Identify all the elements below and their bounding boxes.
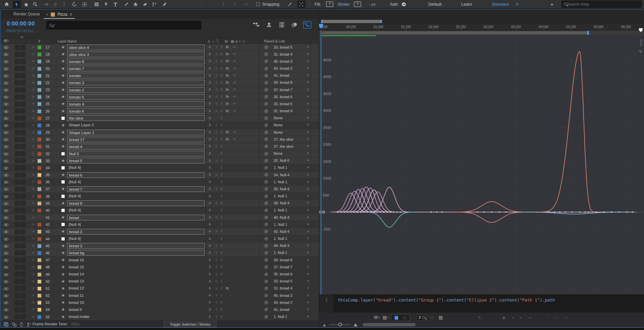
solo-toggle-cell[interactable]: [20, 243, 25, 248]
audio-toggle-cell[interactable]: [15, 307, 20, 312]
keyframe-marker[interactable]: [390, 211, 391, 212]
keyframe-marker[interactable]: [377, 211, 378, 212]
layer-name[interactable]: tomato 8: [67, 59, 205, 64]
keyframe-marker[interactable]: [400, 211, 401, 212]
label-color-swatch[interactable]: [38, 60, 41, 63]
pickwhip-icon[interactable]: @: [264, 237, 268, 241]
dolly-camera-icon[interactable]: [60, 1, 68, 8]
label-color-swatch[interactable]: [38, 301, 41, 305]
stroke-label[interactable]: Stroke:: [337, 2, 350, 7]
layer-name[interactable]: bread 15: [67, 264, 205, 270]
parent-dropdown[interactable]: 31. bread 4 ∨: [271, 285, 311, 291]
label-color-swatch[interactable]: [38, 166, 41, 170]
audio-toggle-cell[interactable]: [15, 201, 20, 206]
table-row[interactable]: › 36 [Null 4] ♙ ☼ / fx ▱ @ 1. Null 1 ∨: [1, 179, 319, 186]
layer-name[interactable]: bread 9: [67, 307, 205, 313]
keyframe-marker[interactable]: [491, 211, 492, 212]
shy-icon[interactable]: ♙: [208, 293, 211, 297]
table-row[interactable]: › 34 [Null 4] ♙ ☼ / fx ▱ @ 1. Null 1 ∨: [1, 164, 319, 172]
table-row[interactable]: › 46 ★ bread bg ♙ ☼ / fx ▱ @ 1. Null 1 ∨: [1, 250, 319, 257]
rotation-tool-icon[interactable]: [70, 1, 78, 8]
collapse-icon[interactable]: ☼: [215, 123, 218, 127]
eraser-tool-icon[interactable]: [141, 1, 149, 8]
value-curve[interactable]: [363, 212, 416, 227]
panel-menu-icon[interactable]: ≡: [70, 12, 72, 17]
snapping-checkbox[interactable]: [256, 2, 260, 6]
parent-dropdown[interactable]: 1. Null 1 ∨: [271, 165, 311, 171]
visibility-eye-icon[interactable]: [4, 75, 8, 77]
layer-switches[interactable]: ♙ ☼ / fx ▱: [205, 264, 259, 270]
parent-dropdown[interactable]: 45. bread 3 ∨: [271, 293, 311, 299]
parent-dropdown[interactable]: 31. bread 4 ∨: [271, 52, 311, 57]
expander-chevron-icon[interactable]: ›: [33, 130, 34, 134]
table-row[interactable]: › 30 ★ bread 17 ♙ ☼ / fx ▱ @ 27. the sli…: [1, 136, 319, 143]
visibility-eye-icon[interactable]: [4, 181, 8, 184]
quality-icon[interactable]: /: [221, 265, 222, 269]
layer-name[interactable]: [Null 4]: [67, 193, 205, 199]
convert-vertex-icon[interactable]: [241, 1, 250, 8]
expander-chevron-icon[interactable]: ›: [33, 314, 34, 319]
layer-name[interactable]: bread 12: [67, 285, 205, 291]
fx-icon[interactable]: fx: [226, 66, 229, 70]
quality-icon[interactable]: /: [221, 293, 222, 297]
quality-icon[interactable]: /: [221, 229, 222, 233]
expander-chevron-icon[interactable]: ›: [33, 279, 34, 283]
label-color-swatch[interactable]: [38, 223, 41, 226]
add-keyframe-diamond-icon[interactable]: ◆: [500, 314, 507, 321]
pickwhip-icon[interactable]: @: [264, 158, 268, 162]
table-row[interactable]: › 47 ★ bread 16 ♙ ☼ / fx ▱ @ 39. bread 8…: [1, 257, 319, 264]
quality-icon[interactable]: /: [221, 201, 222, 205]
shy-icon[interactable]: ♙: [208, 300, 211, 304]
expander-chevron-icon[interactable]: ›: [33, 144, 34, 148]
shy-icon[interactable]: ♙: [208, 102, 211, 105]
ease-in-icon[interactable]: ⌐: [554, 314, 561, 321]
layer-switches[interactable]: ♙ ☼ / fx ▱: [205, 236, 259, 242]
visibility-eye-icon[interactable]: [4, 124, 8, 127]
visibility-eye-icon[interactable]: [4, 110, 8, 113]
pickwhip-icon[interactable]: @: [264, 102, 268, 106]
audio-toggle-cell[interactable]: [15, 109, 20, 114]
layer-switches[interactable]: ♙ ☼ / fx ▱: [205, 101, 259, 107]
shy-icon[interactable]: ♙: [208, 94, 211, 98]
pickwhip-icon[interactable]: @: [264, 59, 268, 63]
visibility-eye-icon[interactable]: [4, 46, 8, 49]
keyframe-marker[interactable]: [565, 211, 566, 212]
audio-toggle-cell[interactable]: [15, 59, 20, 64]
search-options-caret-icon[interactable]: ▾: [53, 24, 55, 27]
tab-composition-pizza[interactable]: × Pizza ≡: [44, 11, 75, 19]
parent-dropdown[interactable]: 45. bread 3 ∨: [271, 59, 311, 64]
visibility-eye-icon[interactable]: [4, 188, 8, 191]
collapse-icon[interactable]: ☼: [215, 102, 218, 105]
shy-icon[interactable]: ♙: [208, 80, 211, 84]
parent-dropdown[interactable]: 39. bread 8 ∨: [271, 80, 311, 85]
visibility-eye-icon[interactable]: [4, 230, 8, 233]
solo-toggle-cell[interactable]: [20, 194, 25, 199]
layer-switches[interactable]: ♙ ☼ / fx ▱: [205, 172, 259, 178]
fx-icon[interactable]: fx: [226, 137, 229, 141]
snap-magnet-icon[interactable]: ∩: [401, 314, 408, 321]
collapse-icon[interactable]: ☼: [215, 244, 218, 247]
audio-toggle-cell[interactable]: [15, 73, 20, 78]
visibility-eye-icon[interactable]: [4, 302, 8, 304]
table-row[interactable]: › 28 ★ Shape Layer 2 ♙ ☼ / fx ▱ @ None ∨: [1, 122, 319, 129]
snap-angle-icon[interactable]: [286, 1, 294, 8]
solo-toggle-cell[interactable]: [20, 123, 25, 128]
pickwhip-icon[interactable]: @: [264, 215, 268, 219]
audio-toggle-cell[interactable]: [15, 272, 20, 277]
solo-toggle-cell[interactable]: [20, 80, 25, 85]
collapse-icon[interactable]: ☼: [215, 215, 218, 219]
expander-chevron-icon[interactable]: ›: [33, 257, 34, 262]
table-row[interactable]: › 55 ★ bread matte ♙ ☼ / fx ▱ @ 1. Null …: [1, 314, 319, 321]
layer-name[interactable]: tomato 6: [67, 108, 205, 114]
toggle-switches-modes-button[interactable]: Toggle Switches / Modes: [164, 321, 216, 327]
table-row[interactable]: › 48 ★ bread 15 ♙ ☼ / fx ▱ @ 37. bread 7…: [1, 264, 319, 271]
table-row[interactable]: › 26 ★ tomato 6 ♙ ☼ / fx ▱ @ 31. bread 4…: [1, 108, 319, 115]
layer-name[interactable]: bread 7: [67, 186, 205, 192]
quality-icon[interactable]: /: [221, 173, 222, 177]
audio-toggle-cell[interactable]: [15, 130, 20, 135]
keyframe-marker[interactable]: [554, 211, 555, 212]
layer-switches[interactable]: ♙ ☼ / fx ▱: [205, 299, 259, 306]
solo-toggle-cell[interactable]: [20, 272, 25, 277]
fx-icon[interactable]: fx: [226, 52, 229, 56]
label-color-swatch[interactable]: [38, 195, 41, 198]
